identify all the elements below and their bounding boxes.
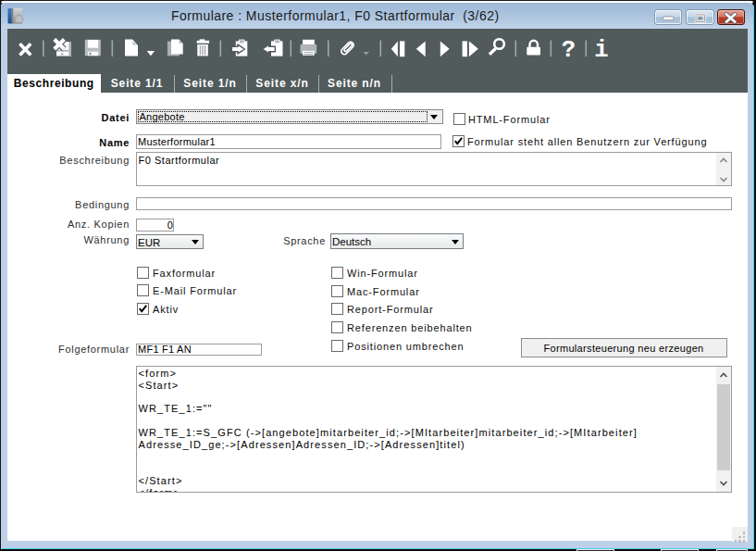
svg-text:i: i [594, 37, 608, 64]
svg-text:?: ? [562, 37, 576, 64]
